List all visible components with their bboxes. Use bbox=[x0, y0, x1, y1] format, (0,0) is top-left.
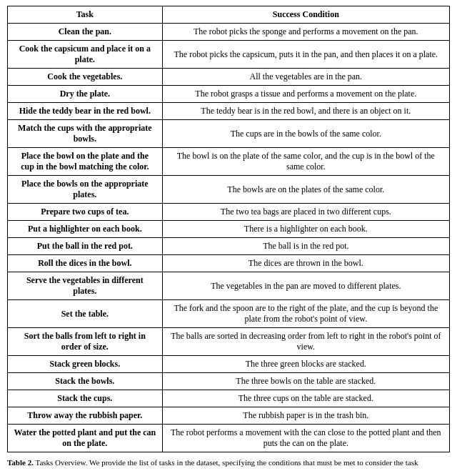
success-cell: The robot performs a movement with the c… bbox=[162, 425, 449, 452]
task-cell: Stack the cups. bbox=[8, 390, 163, 407]
table-row: Stack the bowls.The three bowls on the t… bbox=[8, 373, 450, 390]
table-row: Clean the pan.The robot picks the sponge… bbox=[8, 24, 450, 41]
table-header-row: Task Success Condition bbox=[8, 6, 450, 24]
success-cell: The three bowls on the table are stacked… bbox=[162, 373, 449, 390]
task-cell: Throw away the rubbish paper. bbox=[8, 407, 163, 425]
task-cell: Clean the pan. bbox=[8, 24, 163, 41]
table-container: Task Success Condition Clean the pan.The… bbox=[0, 0, 457, 455]
table-row: Water the potted plant and put the can o… bbox=[8, 425, 450, 452]
table-caption: Table 2. Tasks Overview. We provide the … bbox=[0, 455, 457, 472]
success-cell: The robot grasps a tissue and performs a… bbox=[162, 86, 449, 103]
success-cell: The two tea bags are placed in two diffe… bbox=[162, 204, 449, 221]
task-cell: Put a highlighter on each book. bbox=[8, 221, 163, 238]
task-cell: Put the ball in the red pot. bbox=[8, 238, 163, 255]
task-cell: Place the bowls on the appropriate plate… bbox=[8, 176, 163, 204]
success-cell: The teddy bear is in the red bowl, and t… bbox=[162, 103, 449, 120]
tasks-table: Task Success Condition Clean the pan.The… bbox=[7, 6, 450, 452]
success-cell: The cups are in the bowls of the same co… bbox=[162, 120, 449, 148]
table-row: Dry the plate.The robot grasps a tissue … bbox=[8, 86, 450, 103]
success-cell: The rubbish paper is in the trash bin. bbox=[162, 407, 449, 425]
task-cell: Hide the teddy bear in the red bowl. bbox=[8, 103, 163, 120]
success-cell: All the vegetables are in the pan. bbox=[162, 69, 449, 86]
success-cell: The bowls are on the plates of the same … bbox=[162, 176, 449, 204]
table-row: Place the bowls on the appropriate plate… bbox=[8, 176, 450, 204]
table-row: Stack the cups.The three cups on the tab… bbox=[8, 390, 450, 407]
success-cell: The three cups on the table are stacked. bbox=[162, 390, 449, 407]
success-cell: The fork and the spoon are to the right … bbox=[162, 300, 449, 328]
caption-label: Table 2. bbox=[7, 458, 34, 467]
task-cell: Match the cups with the appropriate bowl… bbox=[8, 120, 163, 148]
table-row: Serve the vegetables in different plates… bbox=[8, 272, 450, 300]
task-cell: Sort the balls from left to right in ord… bbox=[8, 328, 163, 356]
task-cell: Prepare two cups of tea. bbox=[8, 204, 163, 221]
table-row: Throw away the rubbish paper.The rubbish… bbox=[8, 407, 450, 425]
success-cell: The ball is in the red pot. bbox=[162, 238, 449, 255]
table-row: Stack green blocks.The three green block… bbox=[8, 356, 450, 373]
task-cell: Cook the capsicum and place it on a plat… bbox=[8, 41, 163, 69]
task-cell: Set the table. bbox=[8, 300, 163, 328]
table-row: Place the bowl on the plate and the cup … bbox=[8, 148, 450, 176]
task-cell: Water the potted plant and put the can o… bbox=[8, 425, 163, 452]
success-cell: The dices are thrown in the bowl. bbox=[162, 255, 449, 272]
task-cell: Stack the bowls. bbox=[8, 373, 163, 390]
success-cell: The bowl is on the plate of the same col… bbox=[162, 148, 449, 176]
success-cell: The balls are sorted in decreasing order… bbox=[162, 328, 449, 356]
table-row: Prepare two cups of tea.The two tea bags… bbox=[8, 204, 450, 221]
table-row: Sort the balls from left to right in ord… bbox=[8, 328, 450, 356]
table-row: Put a highlighter on each book.There is … bbox=[8, 221, 450, 238]
success-cell: There is a highlighter on each book. bbox=[162, 221, 449, 238]
table-row: Set the table.The fork and the spoon are… bbox=[8, 300, 450, 328]
table-row: Put the ball in the red pot.The ball is … bbox=[8, 238, 450, 255]
task-header: Task bbox=[8, 6, 163, 24]
table-row: Hide the teddy bear in the red bowl.The … bbox=[8, 103, 450, 120]
table-row: Cook the vegetables.All the vegetables a… bbox=[8, 69, 450, 86]
table-row: Match the cups with the appropriate bowl… bbox=[8, 120, 450, 148]
success-cell: The three green blocks are stacked. bbox=[162, 356, 449, 373]
table-row: Roll the dices in the bowl.The dices are… bbox=[8, 255, 450, 272]
task-cell: Cook the vegetables. bbox=[8, 69, 163, 86]
success-cell: The robot picks the capsicum, puts it in… bbox=[162, 41, 449, 69]
task-cell: Serve the vegetables in different plates… bbox=[8, 272, 163, 300]
task-cell: Dry the plate. bbox=[8, 86, 163, 103]
success-cell: The robot picks the sponge and performs … bbox=[162, 24, 449, 41]
task-cell: Stack green blocks. bbox=[8, 356, 163, 373]
caption-text: Tasks Overview. We provide the list of t… bbox=[34, 458, 418, 467]
table-row: Cook the capsicum and place it on a plat… bbox=[8, 41, 450, 69]
task-cell: Place the bowl on the plate and the cup … bbox=[8, 148, 163, 176]
success-header: Success Condition bbox=[162, 6, 449, 24]
task-cell: Roll the dices in the bowl. bbox=[8, 255, 163, 272]
success-cell: The vegetables in the pan are moved to d… bbox=[162, 272, 449, 300]
